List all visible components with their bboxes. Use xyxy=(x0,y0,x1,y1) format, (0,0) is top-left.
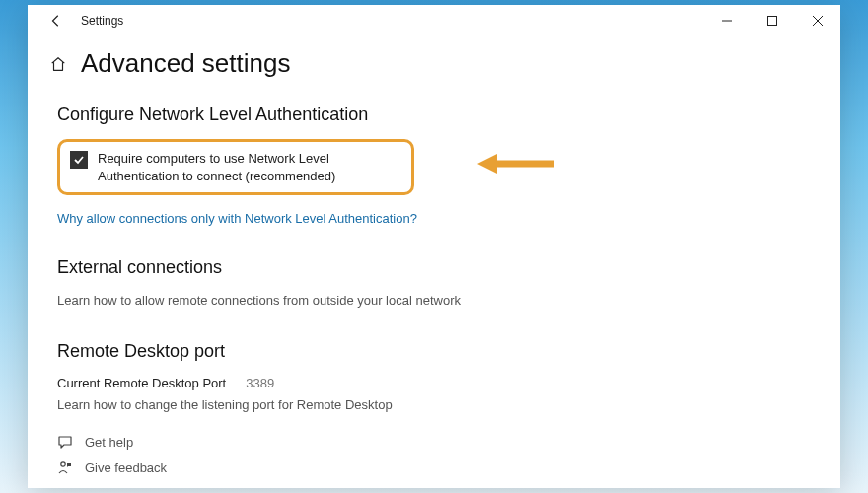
port-body: Learn how to change the listening port f… xyxy=(57,396,811,414)
get-help-label: Get help xyxy=(85,435,133,450)
window-controls xyxy=(704,5,840,36)
nla-checkbox-row[interactable]: Require computers to use Network Level A… xyxy=(57,139,414,195)
maximize-button[interactable] xyxy=(750,5,795,36)
external-body: Learn how to allow remote connections fr… xyxy=(57,292,811,310)
svg-marker-4 xyxy=(477,154,497,174)
close-button[interactable] xyxy=(795,5,840,36)
back-icon[interactable] xyxy=(49,14,63,28)
home-icon[interactable] xyxy=(49,55,67,73)
nla-link[interactable]: Why allow connections only with Network … xyxy=(57,211,811,226)
checkbox-checked-icon[interactable] xyxy=(70,151,88,169)
content-area: Advanced settings Configure Network Leve… xyxy=(28,36,840,488)
svg-rect-1 xyxy=(768,17,777,26)
feedback-label: Give feedback xyxy=(85,460,167,475)
nla-checkbox-label: Require computers to use Network Level A… xyxy=(98,150,401,184)
page-title-row: Advanced settings xyxy=(49,48,811,79)
page-title: Advanced settings xyxy=(81,48,290,79)
annotation-arrow-icon xyxy=(477,151,556,180)
window-title: Settings xyxy=(81,14,123,28)
minimize-button[interactable] xyxy=(704,5,750,36)
svg-point-2 xyxy=(61,462,65,466)
chat-help-icon xyxy=(57,434,73,450)
port-heading: Remote Desktop port xyxy=(57,341,811,362)
feedback-person-icon xyxy=(57,459,73,475)
feedback-row[interactable]: Give feedback xyxy=(57,459,811,475)
port-row: Current Remote Desktop Port 3389 xyxy=(57,376,811,390)
nla-heading: Configure Network Level Authentication xyxy=(57,105,811,125)
port-value: 3389 xyxy=(246,376,274,390)
port-label: Current Remote Desktop Port xyxy=(57,376,226,390)
get-help-row[interactable]: Get help xyxy=(57,434,811,450)
external-heading: External connections xyxy=(57,257,811,278)
settings-window: Settings Advanced settings Configure Net… xyxy=(28,5,840,488)
